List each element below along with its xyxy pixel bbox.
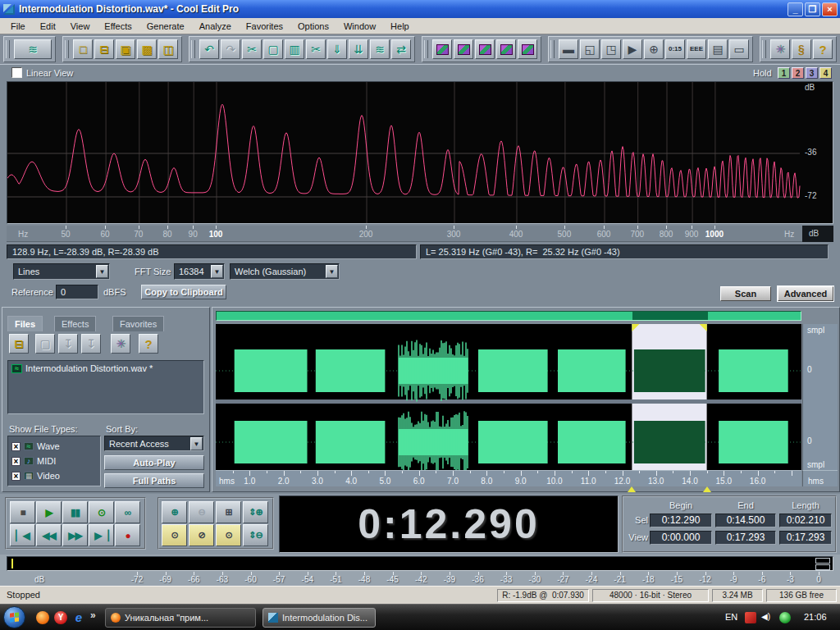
tray-acrobat-icon[interactable]	[745, 612, 756, 623]
amplitude-ruler[interactable]: smpl 0 0 smpl	[802, 324, 838, 470]
settings-button[interactable]: ✳	[770, 39, 790, 59]
mix-paste-button[interactable]: ≋	[370, 39, 390, 59]
play-button[interactable]: ▶	[36, 501, 62, 523]
effect-shortcut-4-button[interactable]	[496, 39, 516, 59]
zoom-sel-left-button[interactable]: ⊘	[189, 524, 214, 546]
overview-scrollbar[interactable]	[216, 311, 801, 321]
play-list-button[interactable]: ▶	[623, 39, 642, 59]
tray-antivirus-icon[interactable]	[779, 612, 791, 623]
full-paths-button[interactable]: Full Paths	[104, 473, 204, 488]
menu-file[interactable]: File	[3, 19, 33, 34]
cue-bars-button[interactable]: EEE	[687, 39, 706, 59]
effect-shortcut-5-button[interactable]	[518, 39, 537, 59]
multitrack-view-button[interactable]: ≋	[14, 39, 52, 59]
hold-3-button[interactable]: 3	[806, 67, 818, 79]
go-to-end-button[interactable]: ▶▕	[89, 524, 114, 546]
quick-launch-y-icon[interactable]: Y	[54, 611, 67, 624]
zoom-out-button[interactable]: ⊖	[189, 501, 214, 523]
waveform-display[interactable]	[216, 324, 801, 470]
tab-effects[interactable]: Effects	[54, 316, 96, 331]
language-indicator[interactable]: EN	[725, 612, 737, 622]
maximize-button[interactable]: ❐	[805, 2, 820, 16]
record-button[interactable]: ●	[115, 524, 140, 546]
tab-files[interactable]: Files	[7, 316, 43, 331]
menu-analyze[interactable]: Analyze	[192, 19, 239, 34]
blank-window-button[interactable]: ▭	[729, 39, 749, 59]
file-type-checkbox[interactable]: ×	[11, 442, 21, 451]
close-button[interactable]: ×	[822, 2, 838, 16]
effect-shortcut-3-button[interactable]	[475, 39, 495, 59]
chevron-down-icon[interactable]: ▼	[211, 265, 223, 278]
menu-options[interactable]: Options	[290, 19, 336, 34]
menu-favorites[interactable]: Favorites	[239, 19, 290, 34]
plot-style-select[interactable]: Lines ▼	[13, 263, 110, 280]
redo-button[interactable]: ↷	[221, 39, 240, 59]
level-meter[interactable]	[7, 556, 833, 571]
minimize-button[interactable]: _	[788, 2, 803, 16]
trim-button[interactable]: ✂	[242, 39, 262, 59]
hold-2-button[interactable]: 2	[792, 67, 804, 79]
organizer-insert-cd-button[interactable]: ↧	[81, 334, 101, 354]
clip-indicator-right[interactable]	[815, 564, 830, 570]
menu-edit[interactable]: Edit	[33, 19, 63, 34]
organizer-open-file-button[interactable]: ⊟	[9, 334, 29, 354]
linear-view-checkbox[interactable]	[11, 67, 22, 78]
timeline-ruler[interactable]: hms 1.02.03.04.05.06.07.08.09.010.011.01…	[216, 470, 801, 486]
help-button[interactable]: ?	[813, 39, 833, 59]
chevron-down-icon[interactable]: ▼	[326, 265, 338, 278]
chevron-down-icon[interactable]: ▼	[190, 437, 203, 450]
selection-end-handle[interactable]	[703, 486, 711, 492]
paste-to-new-button[interactable]: ⇊	[349, 39, 368, 59]
time-window-button[interactable]: 0:15	[665, 39, 685, 59]
stop-button[interactable]: ■	[10, 501, 35, 523]
effect-shortcut-2-button[interactable]	[454, 39, 473, 59]
organizer-help-button[interactable]: ?	[139, 334, 158, 354]
rewind-button[interactable]: ◀◀	[36, 524, 62, 546]
file-info-button[interactable]: ◱	[580, 39, 600, 59]
level-meters-button[interactable]: ▤	[708, 39, 728, 59]
spectrum-plot[interactable]: dB -36 -72	[7, 81, 833, 224]
zoom-to-selection-button[interactable]: ⊙	[162, 524, 187, 546]
file-type-checkbox[interactable]: ×	[11, 472, 21, 481]
sort-by-select[interactable]: Recent Access ▼	[104, 436, 204, 451]
pause-button[interactable]: ▮▮	[62, 501, 88, 523]
advanced-button[interactable]: Advanced	[778, 286, 833, 301]
auto-play-button[interactable]: Auto-Play	[104, 455, 204, 470]
convert-sample-type-button[interactable]: ⇄	[391, 39, 411, 59]
zoom-full-button[interactable]: ⊞	[216, 501, 241, 523]
zoom-sel-right-button[interactable]: ⊙	[216, 524, 241, 546]
quick-launch-overflow-chevron[interactable]: »	[90, 609, 96, 621]
menu-view[interactable]: View	[63, 19, 98, 34]
play-looped-button[interactable]: ⊙	[89, 501, 114, 523]
undo-button[interactable]: ↶	[199, 39, 219, 59]
cut-button[interactable]: ✂	[306, 39, 326, 59]
taskbar-task-2[interactable]: Intermodulation Dis...	[262, 608, 376, 628]
hold-4-button[interactable]: 4	[819, 67, 832, 79]
menu-effects[interactable]: Effects	[97, 19, 139, 34]
start-button[interactable]	[3, 606, 25, 628]
new-file-button[interactable]: □	[73, 39, 93, 59]
go-to-beginning-button[interactable]: ▏◀	[10, 524, 35, 546]
tab-favorites[interactable]: Favorites	[112, 316, 164, 331]
save-selection-button[interactable]: ◫	[158, 39, 178, 59]
fft-size-select[interactable]: 16384 ▼	[174, 263, 225, 280]
quick-launch-ie-icon[interactable]: e	[72, 611, 85, 624]
menu-help[interactable]: Help	[383, 19, 417, 34]
window-function-select[interactable]: Welch (Gaussian) ▼	[230, 263, 340, 280]
organizer-close-file-button[interactable]: ▢	[35, 334, 55, 354]
tray-volume-icon[interactable]: ◀)	[761, 612, 770, 621]
scan-button[interactable]: Scan	[720, 286, 771, 301]
crop-button[interactable]: ▢	[263, 39, 283, 59]
zoom-vertical-in-button[interactable]: ⇕⊕	[243, 501, 268, 523]
organizer-options-button[interactable]: ✳	[111, 334, 130, 354]
reference-input[interactable]: 0	[56, 285, 98, 299]
open-file-button[interactable]: ⊟	[94, 39, 114, 59]
overview-selection[interactable]	[632, 312, 707, 320]
file-list-item[interactable]: ≈Intermodulation Distortion.wav *	[8, 361, 203, 376]
copy-to-clipboard-button[interactable]: Copy to Clipboard	[141, 285, 226, 299]
effect-shortcut-1-button[interactable]	[432, 39, 452, 59]
zoom-in-button[interactable]: ⊕	[162, 501, 187, 523]
scripts-button[interactable]: §	[792, 39, 811, 59]
monitor-record-level-button[interactable]: ⊕	[644, 39, 664, 59]
chevron-down-icon[interactable]: ▼	[96, 265, 108, 278]
